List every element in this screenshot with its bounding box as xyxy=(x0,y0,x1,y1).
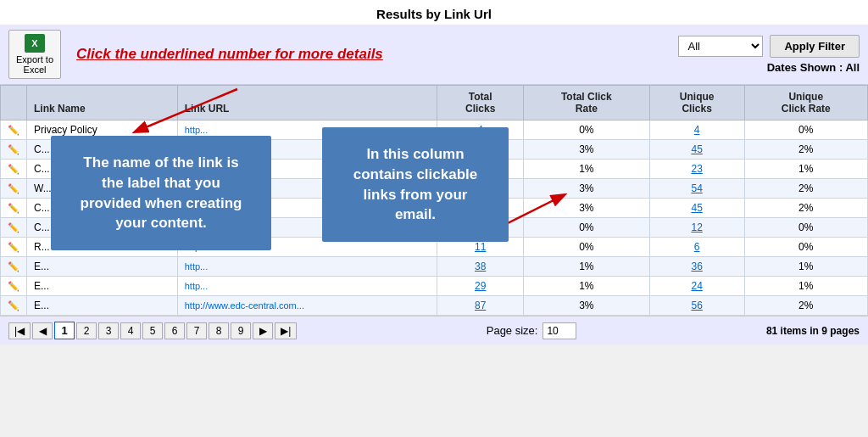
edit-icon[interactable]: ✏️ xyxy=(8,222,19,233)
edit-icon[interactable]: ✏️ xyxy=(8,300,19,311)
unique-clicks-cell: 36 xyxy=(649,257,744,277)
link-url-link[interactable]: http://www.edc-central.com... xyxy=(185,300,304,311)
next-page-button[interactable]: ▶ xyxy=(253,322,273,339)
page-6-button[interactable]: 6 xyxy=(164,322,185,339)
unique-rate-cell: 0% xyxy=(744,238,867,257)
total-clicks-value[interactable]: 29 xyxy=(475,280,486,292)
click-hint: Click the underlined number for more det… xyxy=(76,46,383,63)
total-clicks-value[interactable]: 11 xyxy=(475,241,486,253)
toolbar-right: All Apply Filter Dates Shown : All xyxy=(678,35,860,74)
edit-cell: ✏️ xyxy=(1,199,27,218)
table-area: The name of the link is the label that y… xyxy=(0,85,868,316)
unique-clicks-cell: 45 xyxy=(649,140,744,160)
first-page-button[interactable]: |◀ xyxy=(8,322,31,339)
unique-clicks-cell: 24 xyxy=(649,277,744,296)
link-name-cell: E... xyxy=(27,277,178,296)
unique-clicks-cell: 23 xyxy=(649,160,744,179)
unique-rate-cell: 1% xyxy=(744,277,867,296)
unique-clicks-value[interactable]: 6 xyxy=(694,241,700,253)
edit-icon[interactable]: ✏️ xyxy=(8,261,19,272)
toolbar: X Export toExcel Click the underlined nu… xyxy=(0,25,868,85)
total-rate-cell: 3% xyxy=(523,179,649,199)
unique-clicks-value[interactable]: 45 xyxy=(691,143,702,155)
unique-clicks-value[interactable]: 12 xyxy=(691,221,702,233)
unique-clicks-value[interactable]: 36 xyxy=(691,261,702,272)
last-page-button[interactable]: ▶| xyxy=(275,322,297,339)
edit-cell: ✏️ xyxy=(1,257,27,277)
pagination-bar: |◀ ◀ 1 2 3 4 5 6 7 8 9 ▶ ▶| Page size: 8… xyxy=(0,316,868,345)
unique-rate-cell: 1% xyxy=(744,160,867,179)
total-rate-cell: 0% xyxy=(523,120,649,140)
unique-clicks-value[interactable]: 45 xyxy=(691,202,702,214)
unique-clicks-cell: 54 xyxy=(649,179,744,199)
page-4-button[interactable]: 4 xyxy=(120,322,141,339)
table-row: ✏️ E... http... 38 1% 36 1% xyxy=(1,257,868,277)
total-clicks-value[interactable]: 38 xyxy=(475,261,486,272)
current-page: 1 xyxy=(54,322,75,339)
page-7-button[interactable]: 7 xyxy=(186,322,207,339)
excel-icon: X xyxy=(25,34,45,53)
unique-rate-cell: 2% xyxy=(744,199,867,218)
edit-cell: ✏️ xyxy=(1,218,27,238)
unique-clicks-value[interactable]: 4 xyxy=(694,124,700,136)
prev-page-button[interactable]: ◀ xyxy=(32,322,53,339)
export-label: Export toExcel xyxy=(16,54,53,75)
total-rate-cell: 1% xyxy=(523,277,649,296)
page-title: Results by Link Url xyxy=(0,0,868,25)
col-total-clicks: TotalClicks xyxy=(437,86,523,120)
table-row: ✏️ E... http://www.edc-central.com... 87… xyxy=(1,296,868,316)
unique-clicks-value[interactable]: 23 xyxy=(691,163,702,175)
unique-clicks-value[interactable]: 24 xyxy=(691,280,702,292)
export-excel-button[interactable]: X Export toExcel xyxy=(8,30,61,79)
total-clicks-value[interactable]: 87 xyxy=(475,300,486,311)
edit-icon[interactable]: ✏️ xyxy=(8,242,19,252)
link-name-cell: E... xyxy=(27,257,178,277)
unique-rate-cell: 0% xyxy=(744,120,867,140)
link-url-cell: http://www.edc-central.com... xyxy=(177,296,437,316)
unique-clicks-cell: 4 xyxy=(649,120,744,140)
edit-icon[interactable]: ✏️ xyxy=(8,183,19,193)
edit-icon[interactable]: ✏️ xyxy=(8,125,19,135)
unique-clicks-cell: 6 xyxy=(649,238,744,257)
link-url-link[interactable]: http... xyxy=(185,125,209,135)
unique-clicks-value[interactable]: 56 xyxy=(691,300,702,311)
edit-cell: ✏️ xyxy=(1,179,27,199)
page-size-input[interactable] xyxy=(542,322,576,339)
col-total-click-rate: Total ClickRate xyxy=(523,86,649,120)
items-info: 81 items in 9 pages xyxy=(766,325,860,337)
page-8-button[interactable]: 8 xyxy=(209,322,229,339)
col-unique-clicks: UniqueClicks xyxy=(649,86,744,120)
edit-icon[interactable]: ✏️ xyxy=(8,164,19,174)
link-url-link[interactable]: http... xyxy=(185,281,209,291)
page-nav: |◀ ◀ 1 2 3 4 5 6 7 8 9 ▶ ▶| xyxy=(8,322,297,339)
page-size-label: Page size: xyxy=(487,324,538,337)
unique-rate-cell: 2% xyxy=(744,296,867,316)
edit-cell: ✏️ xyxy=(1,160,27,179)
link-url-cell: http... xyxy=(177,257,437,277)
edit-icon[interactable]: ✏️ xyxy=(8,144,19,154)
link-url-link[interactable]: http... xyxy=(185,261,209,272)
dates-shown: Dates Shown : All xyxy=(767,61,860,74)
total-clicks-cell: 38 xyxy=(437,257,523,277)
page-3-button[interactable]: 3 xyxy=(98,322,119,339)
col-unique-click-rate: UniqueClick Rate xyxy=(744,86,867,120)
toolbar-left: X Export toExcel Click the underlined nu… xyxy=(8,30,383,79)
unique-clicks-cell: 45 xyxy=(649,199,744,218)
total-clicks-cell: 87 xyxy=(437,296,523,316)
unique-clicks-value[interactable]: 54 xyxy=(691,182,702,194)
total-rate-cell: 0% xyxy=(523,238,649,257)
edit-icon[interactable]: ✏️ xyxy=(8,281,19,291)
filter-select[interactable]: All xyxy=(678,36,763,57)
total-rate-cell: 3% xyxy=(523,296,649,316)
unique-clicks-cell: 56 xyxy=(649,296,744,316)
page-5-button[interactable]: 5 xyxy=(142,322,163,339)
total-clicks-cell: 29 xyxy=(437,277,523,296)
total-rate-cell: 3% xyxy=(523,140,649,160)
page-9-button[interactable]: 9 xyxy=(231,322,251,339)
table-row: ✏️ E... http... 29 1% 24 1% xyxy=(1,277,868,296)
apply-filter-button[interactable]: Apply Filter xyxy=(770,35,860,58)
edit-icon[interactable]: ✏️ xyxy=(8,203,19,213)
page-2-button[interactable]: 2 xyxy=(76,322,97,339)
unique-rate-cell: 2% xyxy=(744,140,867,160)
table-header-row: Link Name Link URL TotalClicks Total Cli… xyxy=(1,86,868,120)
